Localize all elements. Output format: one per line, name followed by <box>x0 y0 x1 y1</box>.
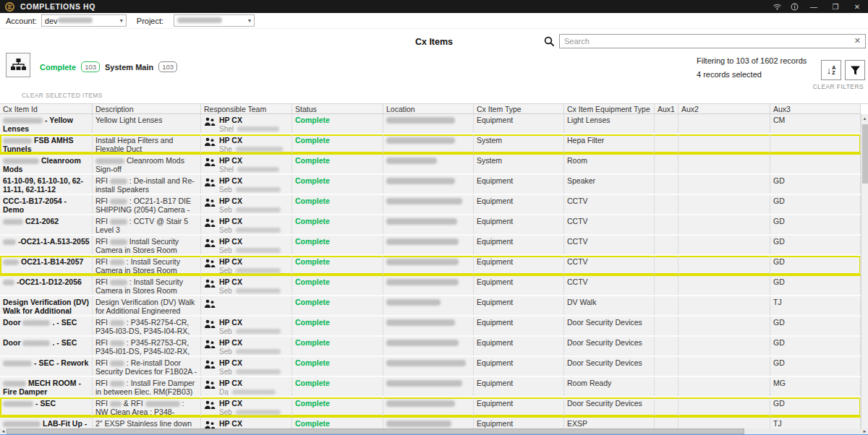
table-body: - Yellow Lenses Yellow Light Lenses HP C… <box>0 114 868 428</box>
redacted-text <box>386 319 455 326</box>
header-cell-aux1[interactable]: Aux1 <box>655 104 678 113</box>
table-row[interactable]: - Yellow Lenses Yellow Light Lenses HP C… <box>0 114 861 134</box>
maximize-button[interactable]: ❐ <box>825 0 846 13</box>
scroll-left-icon[interactable]: ◄ <box>0 429 7 434</box>
team-name: HP CX <box>219 116 281 124</box>
scroll-up-icon[interactable]: ▲ <box>861 114 868 123</box>
cell-cx-item-type: Equipment <box>474 316 564 335</box>
team-icon <box>204 279 216 288</box>
table-row[interactable]: Door . - SEC RFI : P345-R2753-CR, P345-I… <box>0 337 861 357</box>
cell-responsible-team: HP CXSeb <box>201 195 292 214</box>
team-name: HP CX <box>219 338 283 347</box>
sort-button[interactable]: ↓AZ <box>821 60 841 80</box>
cell-aux2 <box>678 155 770 173</box>
team-name: HP CX <box>219 358 283 367</box>
header-cell-location[interactable]: Location <box>383 104 474 113</box>
horizontal-scrollbar[interactable]: ◄ ► <box>0 428 868 434</box>
header-cell-aux2[interactable]: Aux2 <box>678 104 770 113</box>
table-row[interactable]: Door . - SEC RFI : P345-R2754-CR, P345-I… <box>0 316 861 337</box>
team-info: HP CX <box>219 419 242 428</box>
cell-aux2 <box>678 215 770 234</box>
table-row[interactable]: MECH ROOM - Fire Damper RFI : Install Fi… <box>0 377 861 397</box>
filter-button[interactable] <box>845 60 865 80</box>
clear-selected-items-button[interactable]: CLEAR SELECTED ITEMS <box>22 92 103 99</box>
cx-items-table: Cx Item IdDescriptionResponsible TeamSta… <box>0 103 868 428</box>
vertical-scrollbar-thumb[interactable] <box>862 124 868 184</box>
project-select[interactable]: ▾ <box>174 14 255 27</box>
redacted-text <box>3 421 41 427</box>
clear-search-icon[interactable]: ✕ <box>854 36 861 46</box>
account-select[interactable]: dev ▾ <box>41 14 127 27</box>
cell-text: Door <box>3 318 22 327</box>
header-cell-description[interactable]: Description <box>93 104 201 113</box>
search-input[interactable] <box>559 34 866 48</box>
cell-text: . - SEC <box>52 318 77 327</box>
table-row[interactable]: - SEC RFI & RFI : NW Clean Area : P348-R… <box>0 397 861 418</box>
table-row[interactable]: C21-2062 RFI : CCTV @ Stair 5 Level 3 HP… <box>0 215 861 236</box>
cell-description: RFI : Install Security Camera in Stores … <box>93 256 201 275</box>
search-area: ✕ <box>544 34 866 48</box>
table-row[interactable]: -OC21-1-A.513-2055 RFI Install Security … <box>0 236 861 256</box>
wifi-icon[interactable] <box>768 0 786 13</box>
table-row[interactable]: - SEC - Rework RFI : Re-install Door Sec… <box>0 357 861 377</box>
vertical-scrollbar[interactable]: ▲ <box>861 114 868 428</box>
chevron-down-icon: ▾ <box>116 17 123 24</box>
scroll-right-icon[interactable]: ► <box>861 429 868 434</box>
cell-text: Seb <box>219 186 234 194</box>
cell-aux3: CM <box>770 114 861 133</box>
team-info: HP CXSeb <box>219 338 283 356</box>
filter-chip-system-main[interactable]: System Main <box>105 63 153 72</box>
table-row[interactable]: -OC21-1-D12-2056 RFI : Install Security … <box>0 276 861 296</box>
cell-status: Complete <box>292 236 383 254</box>
cell-responsible-team: HP CXSeb <box>201 276 292 295</box>
redacted-text <box>3 219 23 225</box>
info-icon[interactable] <box>786 0 803 13</box>
header-cell-cx-item-id[interactable]: Cx Item Id <box>0 104 93 113</box>
cell-responsible-team: HP CXSeb <box>201 215 292 234</box>
cell-aux3: GD <box>770 256 861 275</box>
cell-cx-item-type: Equipment <box>474 296 564 315</box>
minimize-button[interactable]: — <box>803 0 825 13</box>
cell-cx-item-type: Equipment <box>474 357 564 376</box>
header-cell-responsible-team[interactable]: Responsible Team <box>201 104 292 113</box>
team-info: HP CXSeb <box>219 318 283 335</box>
horizontal-scrollbar-thumb[interactable] <box>7 428 744 434</box>
cell-cx-item-id: FSB AMHS Tunnels <box>0 134 93 153</box>
cell-cx-item-type: Equipment <box>474 215 564 234</box>
header-cell-cx-item-equipment-type[interactable]: Cx Item Equipment Type <box>564 104 655 113</box>
header-cell-status[interactable]: Status <box>292 104 383 113</box>
cell-text: OC21-1-B14-2057 <box>21 257 83 266</box>
table-row[interactable]: 61-10-09, 61-10-10, 62-11-11, 62-11-12 R… <box>0 175 861 195</box>
table-row[interactable]: OC21-1-B14-2057 RFI : Install Security C… <box>0 256 861 276</box>
cell-text: Seb <box>219 368 234 376</box>
cell-cx-item-equipment-type: CCTV <box>564 256 655 275</box>
header-cell-aux3[interactable]: Aux3 <box>770 104 861 113</box>
clear-filters-button[interactable]: CLEAR FILTERS <box>813 83 864 90</box>
team-icon <box>204 319 216 329</box>
table-row[interactable]: LAB-Fit Up - MECH EXSP 2" EXSP Stainless… <box>0 418 861 428</box>
filter-chip-complete[interactable]: Complete <box>40 63 76 72</box>
chevron-down-icon: ▾ <box>244 17 251 24</box>
header-cell-cx-item-type[interactable]: Cx Item Type <box>474 104 564 113</box>
redacted-text <box>386 259 459 265</box>
cell-aux3: GD <box>770 337 861 356</box>
cell-aux2 <box>678 418 770 428</box>
close-button[interactable]: ✕ <box>846 0 868 13</box>
cell-text: RFI <box>95 176 110 185</box>
table-row[interactable]: CCC-1-B17-2054 - Demo RFI : OC21-1-B17 D… <box>0 195 861 215</box>
team-member: Seb <box>219 287 283 295</box>
team-info: HP CXDa <box>219 379 278 396</box>
team-member: Seb <box>219 408 283 416</box>
cell-text: RFI <box>95 379 110 387</box>
hierarchy-view-button[interactable] <box>6 53 30 77</box>
cell-responsible-team: HP CXSeb <box>201 397 292 416</box>
cell-cx-item-type: Equipment <box>474 397 564 416</box>
team-name: HP CX <box>219 136 285 145</box>
table-row[interactable]: Design Verification (DV) Walk for Additi… <box>0 296 861 316</box>
table-row[interactable]: FSB AMHS Tunnels Install Hepa Filters an… <box>0 134 861 155</box>
redacted-text <box>110 259 124 265</box>
table-row[interactable]: Cleanroom Mods Cleanroom Mods Sign-off H… <box>0 155 861 175</box>
cell-responsible-team: HP CXSeb <box>201 316 292 335</box>
redacted-text <box>236 369 281 374</box>
cell-text: RFI <box>95 318 110 327</box>
